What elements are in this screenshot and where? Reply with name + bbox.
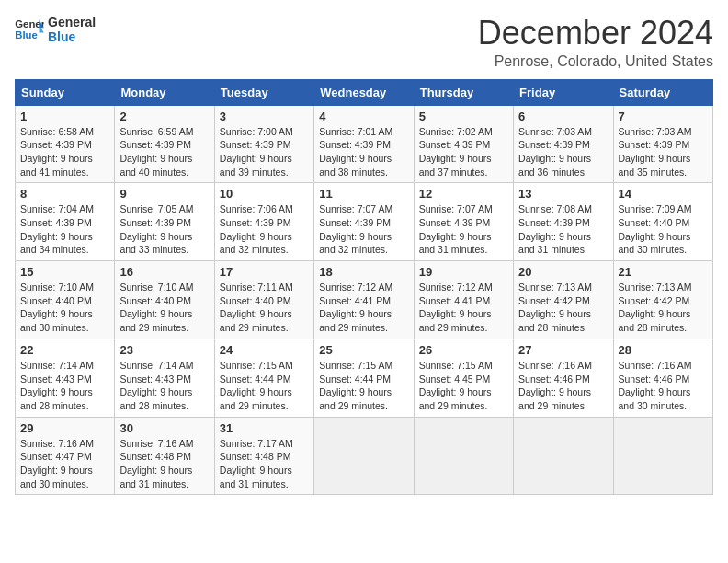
list-item: 1 Sunrise: 6:58 AMSunset: 4:39 PMDayligh… xyxy=(16,105,115,183)
list-item: 2 Sunrise: 6:59 AMSunset: 4:39 PMDayligh… xyxy=(115,105,214,183)
calendar-header-row: Sunday Monday Tuesday Wednesday Thursday… xyxy=(16,79,713,105)
list-item: 30 Sunrise: 7:16 AMSunset: 4:48 PMDaylig… xyxy=(115,417,214,495)
list-item: 5 Sunrise: 7:02 AMSunset: 4:39 PMDayligh… xyxy=(414,105,513,183)
list-item: 24 Sunrise: 7:15 AMSunset: 4:44 PMDaylig… xyxy=(214,339,313,417)
list-item: 20 Sunrise: 7:13 AMSunset: 4:42 PMDaylig… xyxy=(514,261,613,339)
list-item: 11 Sunrise: 7:07 AMSunset: 4:39 PMDaylig… xyxy=(314,183,414,261)
logo: General Blue General Blue xyxy=(15,15,96,44)
table-row: 1 Sunrise: 6:58 AMSunset: 4:39 PMDayligh… xyxy=(16,105,713,183)
list-item: 9 Sunrise: 7:05 AMSunset: 4:39 PMDayligh… xyxy=(115,183,214,261)
list-item: 13 Sunrise: 7:08 AMSunset: 4:39 PMDaylig… xyxy=(514,183,613,261)
calendar-table: Sunday Monday Tuesday Wednesday Thursday… xyxy=(15,79,713,496)
list-item-empty xyxy=(314,417,414,495)
header-saturday: Saturday xyxy=(613,79,712,105)
list-item: 12 Sunrise: 7:07 AMSunset: 4:39 PMDaylig… xyxy=(414,183,513,261)
list-item-empty xyxy=(414,417,513,495)
list-item: 28 Sunrise: 7:16 AMSunset: 4:46 PMDaylig… xyxy=(613,339,712,417)
header-thursday: Thursday xyxy=(414,79,513,105)
list-item: 16 Sunrise: 7:10 AMSunset: 4:40 PMDaylig… xyxy=(115,261,214,339)
table-row: 22 Sunrise: 7:14 AMSunset: 4:43 PMDaylig… xyxy=(16,339,713,417)
list-item: 26 Sunrise: 7:15 AMSunset: 4:45 PMDaylig… xyxy=(414,339,513,417)
title-section: December 2024 Penrose, Colorado, United … xyxy=(478,15,713,70)
list-item: 3 Sunrise: 7:00 AMSunset: 4:39 PMDayligh… xyxy=(214,105,313,183)
list-item: 8 Sunrise: 7:04 AMSunset: 4:39 PMDayligh… xyxy=(16,183,115,261)
table-row: 15 Sunrise: 7:10 AMSunset: 4:40 PMDaylig… xyxy=(16,261,713,339)
list-item: 27 Sunrise: 7:16 AMSunset: 4:46 PMDaylig… xyxy=(514,339,613,417)
list-item-empty xyxy=(514,417,613,495)
page-subtitle: Penrose, Colorado, United States xyxy=(478,53,713,70)
list-item: 18 Sunrise: 7:12 AMSunset: 4:41 PMDaylig… xyxy=(314,261,414,339)
logo-text-blue: Blue xyxy=(48,29,96,44)
list-item: 31 Sunrise: 7:17 AMSunset: 4:48 PMDaylig… xyxy=(214,417,313,495)
list-item-empty xyxy=(613,417,712,495)
list-item: 29 Sunrise: 7:16 AMSunset: 4:47 PMDaylig… xyxy=(16,417,115,495)
list-item: 21 Sunrise: 7:13 AMSunset: 4:42 PMDaylig… xyxy=(613,261,712,339)
page-title: December 2024 xyxy=(478,15,713,52)
header-friday: Friday xyxy=(514,79,613,105)
list-item: 15 Sunrise: 7:10 AMSunset: 4:40 PMDaylig… xyxy=(16,261,115,339)
svg-text:Blue: Blue xyxy=(15,29,38,40)
list-item: 25 Sunrise: 7:15 AMSunset: 4:44 PMDaylig… xyxy=(314,339,414,417)
header-wednesday: Wednesday xyxy=(314,79,414,105)
header-tuesday: Tuesday xyxy=(214,79,313,105)
list-item: 23 Sunrise: 7:14 AMSunset: 4:43 PMDaylig… xyxy=(115,339,214,417)
list-item: 4 Sunrise: 7:01 AMSunset: 4:39 PMDayligh… xyxy=(314,105,414,183)
header-monday: Monday xyxy=(115,79,214,105)
table-row: 8 Sunrise: 7:04 AMSunset: 4:39 PMDayligh… xyxy=(16,183,713,261)
list-item: 10 Sunrise: 7:06 AMSunset: 4:39 PMDaylig… xyxy=(214,183,313,261)
list-item: 7 Sunrise: 7:03 AMSunset: 4:39 PMDayligh… xyxy=(613,105,712,183)
list-item: 6 Sunrise: 7:03 AMSunset: 4:39 PMDayligh… xyxy=(514,105,613,183)
logo-icon: General Blue xyxy=(15,17,44,42)
list-item: 14 Sunrise: 7:09 AMSunset: 4:40 PMDaylig… xyxy=(613,183,712,261)
header-sunday: Sunday xyxy=(16,79,115,105)
list-item: 22 Sunrise: 7:14 AMSunset: 4:43 PMDaylig… xyxy=(16,339,115,417)
table-row: 29 Sunrise: 7:16 AMSunset: 4:47 PMDaylig… xyxy=(16,417,713,495)
logo-text-general: General xyxy=(48,15,96,29)
list-item: 17 Sunrise: 7:11 AMSunset: 4:40 PMDaylig… xyxy=(214,261,313,339)
list-item: 19 Sunrise: 7:12 AMSunset: 4:41 PMDaylig… xyxy=(414,261,513,339)
